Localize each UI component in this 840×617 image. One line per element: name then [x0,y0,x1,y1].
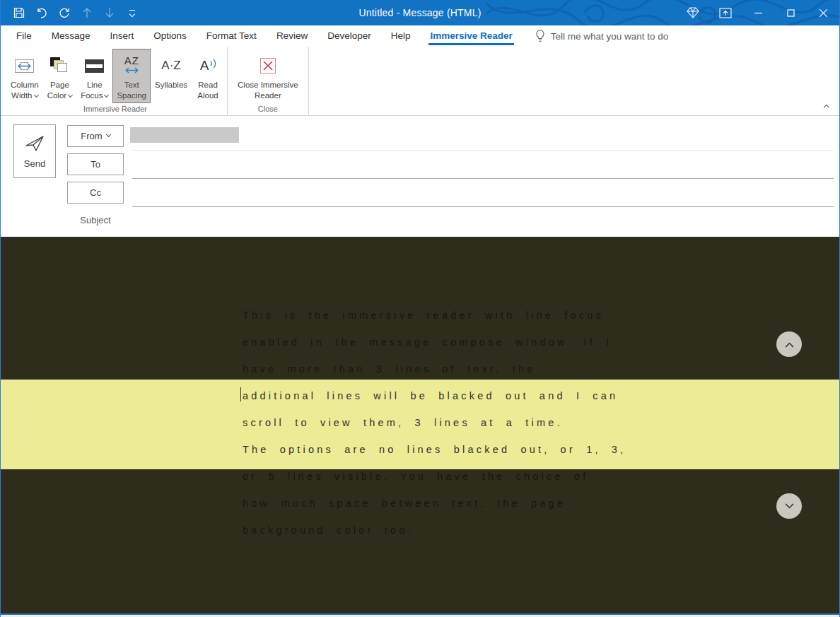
text-cursor [240,387,241,401]
collapse-ribbon-icon[interactable] [821,102,832,112]
outlook-message-window: Untitled - Message (HTML) [0,0,840,617]
group-label-immersive-reader: Immersive Reader [6,103,224,116]
body-line: have more than 3 lines of text, the [243,355,626,382]
tab-message[interactable]: Message [42,27,100,45]
line-focus-scroll-up-button[interactable] [776,331,802,357]
send-button[interactable]: Send [13,124,56,178]
customize-qat-icon[interactable] [122,2,142,23]
chevron-down-icon [33,93,38,98]
message-body-text[interactable]: This is the immersive reader with line f… [243,302,626,543]
ribbon-group-close: Close Immersive Reader Close [228,47,309,116]
move-down-icon [100,2,119,23]
line-focus-icon [85,53,104,78]
move-up-icon [77,2,97,23]
page-color-icon [50,53,69,78]
body-line-focused: scroll to view them, 3 lines at a time. [243,409,626,436]
column-width-button[interactable]: Column Width [6,49,43,103]
quick-access-toolbar [1,2,142,23]
chevron-down-icon [104,93,109,98]
tab-insert[interactable]: Insert [100,27,144,45]
ribbon-tab-bar: File Message Insert Options Format Text … [1,25,839,47]
body-line: or 5 lines visible. You have the choice … [243,463,626,490]
cc-field-underline[interactable] [132,206,834,207]
redo-icon[interactable] [54,2,74,23]
line-focus-scroll-down-button[interactable] [776,493,802,519]
ribbon-display-icon[interactable] [709,0,742,25]
text-spacing-icon: AZ [124,53,139,78]
to-field-underline[interactable] [132,178,834,179]
cc-button[interactable]: Cc [67,182,124,204]
body-line: background color too. [243,517,626,543]
tab-developer[interactable]: Developer [317,27,381,45]
close-button[interactable] [807,0,839,25]
tell-me-label: Tell me what you want to do [551,31,669,42]
text-spacing-button[interactable]: AZ Text Spacing [112,49,151,103]
from-address-redacted [130,127,239,143]
minimize-button[interactable] [742,0,774,25]
to-button[interactable]: To [67,153,124,175]
close-immersive-reader-button[interactable]: Close Immersive Reader [233,49,303,103]
tab-options[interactable]: Options [144,27,197,45]
body-line: how much space between text, the page [243,490,626,517]
tab-review[interactable]: Review [267,27,317,45]
column-width-icon [15,53,34,78]
lightbulb-icon [535,30,545,42]
read-aloud-button[interactable]: A Read Aloud [192,49,224,103]
subject-label: Subject [67,215,124,225]
save-icon[interactable] [9,2,29,23]
group-label-close: Close [233,103,303,116]
from-button[interactable]: From [67,125,124,147]
chevron-down-icon [106,132,111,137]
immersive-reader-pane[interactable]: This is the immersive reader with line f… [1,237,839,613]
compose-header: Send From To Cc Subject [1,116,839,237]
window-bottom-border [1,613,839,617]
tell-me-box[interactable]: Tell me what you want to do [535,30,669,42]
tab-file[interactable]: File [6,27,42,45]
body-line-focused: The options are no lines blacked out, or… [243,436,626,463]
coming-soon-icon[interactable] [677,0,709,25]
from-field-underline[interactable] [132,150,834,151]
scroll-up-icon [785,342,794,351]
title-bar: Untitled - Message (HTML) [1,0,839,25]
page-color-button[interactable]: Page Color [43,49,76,103]
body-line: enabled in the message compose window. I… [243,329,626,355]
tab-format-text[interactable]: Format Text [197,27,267,45]
ribbon-group-immersive-reader: Column Width Page Color [4,47,228,116]
chevron-down-icon [68,93,73,98]
undo-icon[interactable] [32,2,52,23]
maximize-button[interactable] [774,0,807,25]
body-line: This is the immersive reader with line f… [243,302,626,329]
scroll-down-icon [785,500,794,509]
syllables-icon: A·Z [161,53,180,78]
body-line-focused: additional lines will be blacked out and… [243,382,626,409]
ribbon: Column Width Page Color [1,47,839,116]
read-aloud-icon: A [200,53,216,78]
tab-immersive-reader[interactable]: Immersive Reader [420,27,522,45]
line-focus-button[interactable]: Line Focus [76,49,112,103]
send-icon [24,134,45,153]
send-label: Send [24,158,45,169]
close-immersive-icon [260,53,276,78]
syllables-button[interactable]: A·Z Syllables [151,49,192,103]
tab-help[interactable]: Help [381,27,421,45]
